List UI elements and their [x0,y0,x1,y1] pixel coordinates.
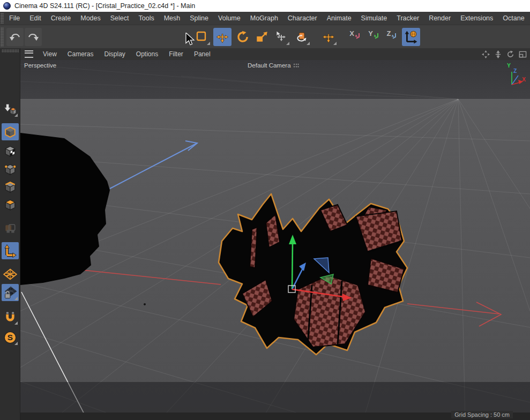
vpmenu-filter[interactable]: Filter [163,48,189,60]
title-bar: Cinema 4D S24.111 (RC) - [Cristal_Practi… [0,0,530,12]
workplane-rotate-button[interactable] [293,28,311,46]
workplane-button[interactable] [2,266,19,283]
point-mode-button[interactable] [2,161,19,178]
quantize-button[interactable]: S [2,329,19,346]
camera-label[interactable]: Default Camera [248,62,291,69]
scene-3d [20,60,530,420]
gray-move-cursor-icon [275,31,288,43]
scale-icon [255,30,269,44]
tweak-mode-icon [4,223,17,236]
workplane-icon [3,267,17,281]
vpmenu-display[interactable]: Display [99,48,130,60]
sidebar-grip[interactable] [2,49,19,52]
menu-mograph[interactable]: MoGraph [245,12,283,25]
menubar-grip[interactable] [1,13,4,24]
menu-spline[interactable]: Spline [185,12,213,25]
make-editable-icon [4,103,17,116]
axis-y-label: Y [507,62,511,69]
move-alt-icon [322,30,335,44]
live-selection-icon [196,31,208,43]
move-icon [215,30,229,44]
menu-create[interactable]: Create [46,12,76,25]
tweak-mode-button[interactable] [2,221,19,238]
menu-select[interactable]: Select [106,12,134,25]
menu-character[interactable]: Character [283,12,322,25]
lock-z-axis-button[interactable]: Z [383,28,401,46]
y-axis-arrow-icon [373,33,380,40]
cube-rotate-icon [295,31,308,43]
move-alt-button[interactable] [319,28,338,46]
viewport-hamburger-icon[interactable] [25,50,33,58]
cinema4d-window: Cinema 4D S24.111 (RC) - [Cristal_Practi… [0,0,530,420]
lock-x-axis-button[interactable]: X [346,28,364,46]
edge-mode-icon [4,181,17,193]
viewport-canvas[interactable]: Perspective Default Camera Y Z X Grid Sp… [20,60,530,420]
vpmenu-options[interactable]: Options [131,48,163,60]
redo-button[interactable] [25,28,42,46]
menu-edit[interactable]: Edit [25,12,46,25]
x-axis-arrow-icon [354,33,361,40]
viewport-menu-bar: ViewCamerasDisplayOptionsFilterPanel [20,48,530,60]
menu-mesh[interactable]: Mesh [159,12,185,25]
z-axis-label: Z [387,29,391,38]
simulate-move-button[interactable] [272,28,290,46]
ground-far-band [20,382,530,412]
menu-tracker[interactable]: Tracker [392,12,424,25]
polygon-mode-button[interactable] [2,196,19,213]
cinema4d-logo-icon [3,2,11,10]
enable-axis-button[interactable] [2,242,19,259]
y-axis-label: Y [368,29,373,38]
axis-x-label: X [522,76,526,82]
vpmenu-cameras[interactable]: Cameras [62,48,99,60]
stray-point [144,303,146,305]
rotate-tool-button[interactable] [234,28,252,46]
scale-tool-button[interactable] [253,28,271,46]
point-mode-icon [4,163,17,176]
undo-icon [9,31,21,43]
menu-extensions[interactable]: Extensions [456,12,498,25]
maximize-view-icon[interactable] [518,50,527,58]
edge-mode-button[interactable] [2,178,19,196]
coordinate-system-button[interactable] [402,28,420,46]
window-title: Cinema 4D S24.111 (RC) - [Cristal_Practi… [14,2,195,10]
toolbar-grip[interactable] [1,27,4,47]
snap-magnet-button[interactable] [2,309,19,326]
menu-tools[interactable]: Tools [134,12,159,25]
axis-icon [3,244,17,258]
menu-file[interactable]: File [4,12,25,25]
menu-modes[interactable]: Modes [76,12,106,25]
quantize-icon: S [3,331,17,344]
menu-simulate[interactable]: Simulate [356,12,392,25]
make-editable-button[interactable] [2,101,19,118]
menu-animate[interactable]: Animate [322,12,356,25]
live-selection-button[interactable] [193,28,211,46]
vpmenu-panel[interactable]: Panel [189,48,216,60]
lock-y-axis-button[interactable]: Y [365,28,383,46]
magnet-icon [3,310,17,324]
rotate-view-icon[interactable] [506,50,514,58]
polygon-mode-icon [4,198,17,211]
vpmenu-view[interactable]: View [38,48,62,60]
main-toolbar: X Y Z [0,25,530,48]
undo-button[interactable] [6,28,24,46]
camera-menu-icon[interactable] [293,63,299,68]
camera-label-row[interactable]: Default Camera [248,62,299,69]
model-mode-button[interactable] [2,123,19,140]
globe-axes-icon [404,30,418,44]
pan-view-icon[interactable] [481,50,490,58]
perspective-viewport[interactable]: ViewCamerasDisplayOptionsFilterPanel [20,48,530,420]
lock-workplane-button[interactable] [2,284,19,301]
redo-icon [27,31,39,43]
gizmo-y-arrow[interactable] [292,242,293,289]
menu-volume[interactable]: Volume [213,12,245,25]
texture-mode-button[interactable] [2,142,19,160]
menu-octane[interactable]: Octane [498,12,529,25]
menu-render[interactable]: Render [424,12,456,25]
view-label: Perspective [24,62,56,69]
x-axis-label: X [349,29,354,38]
axis-z-label: Z [513,68,517,74]
move-tool-button[interactable] [213,28,232,46]
menu-bar: FileEditCreateModesSelectToolsMeshSpline… [0,12,530,25]
dolly-view-icon[interactable] [494,50,502,58]
viewport-controls [481,50,527,58]
